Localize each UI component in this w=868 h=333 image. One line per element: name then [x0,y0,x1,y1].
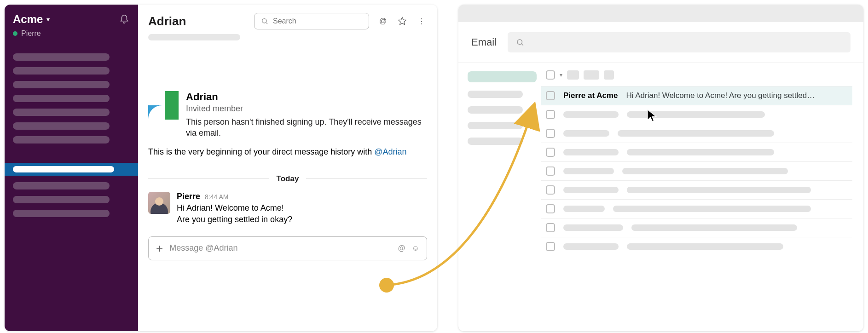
email-row[interactable] [541,237,852,256]
dm-intro-desc: This person hasn't finished signing up. … [186,116,425,139]
email-folder[interactable] [468,106,523,114]
sender-placeholder [563,243,619,250]
email-folder[interactable] [468,91,523,98]
sender-placeholder [563,149,619,155]
toolbar-button[interactable] [584,70,599,80]
email-window: Email ▾ [458,5,863,331]
sidebar-item[interactable] [13,95,110,102]
composer-placeholder: Message @Adrian [169,243,391,253]
workspace-name: Acme [13,13,43,26]
email-search-input[interactable] [508,32,851,52]
email-sender: Pierre at Acme [563,91,618,100]
slack-main: Adrian Search @ ⋮ Adrian [138,5,437,331]
sidebar-item[interactable] [13,196,110,203]
search-icon [261,17,268,25]
date-divider: Today [148,174,427,184]
row-checkbox[interactable] [546,166,555,176]
subject-placeholder [627,243,783,250]
subject-placeholder [627,187,811,193]
email-row-highlighted[interactable]: Pierre at Acme Hi Adrian! Welcome to Acm… [541,86,852,105]
row-checkbox[interactable] [546,129,555,138]
row-checkbox[interactable] [546,185,555,195]
select-all-checkbox[interactable] [546,70,555,80]
more-vertical-icon[interactable]: ⋮ [416,16,427,27]
at-icon[interactable]: @ [398,244,405,253]
search-icon [516,38,524,46]
message: Pierre 8:44 AM Hi Adrian! Welcome to Acm… [148,192,427,225]
message-composer[interactable]: + Message @Adrian @ ☺ [148,236,427,260]
emoji-icon[interactable]: ☺ [412,244,419,253]
subject-placeholder [622,168,788,174]
toolbar-button[interactable] [567,70,579,80]
sender-placeholder [563,111,619,118]
user-presence[interactable]: Pierre [13,29,130,38]
user-mention[interactable]: @Adrian [374,147,406,156]
profile-tiles-icon [148,91,179,139]
row-checkbox[interactable] [546,223,555,232]
sidebar-item[interactable] [13,122,110,130]
email-sidebar [458,63,541,256]
chevron-down-icon: ▾ [46,16,50,23]
subject-placeholder [618,130,774,137]
sidebar-item[interactable] [13,53,110,61]
plus-icon[interactable]: + [156,242,163,254]
slack-sidebar: Acme ▾ Pierre [5,5,138,331]
dm-intro-role: Invited member [186,104,425,114]
current-user-name: Pierre [21,29,41,38]
subject-placeholder [613,206,811,212]
star-icon[interactable] [397,16,408,27]
workspace-switcher[interactable]: Acme ▾ [13,13,50,26]
sidebar-section-upper [13,53,130,144]
sidebar-section-lower [13,163,130,217]
search-placeholder: Search [273,17,296,25]
sidebar-item-selected[interactable] [5,163,138,176]
message-time: 8:44 AM [205,193,228,201]
beginning-prefix: This is the very beginning of your direc… [148,147,374,156]
email-row[interactable] [541,180,852,199]
bell-icon[interactable] [119,14,130,25]
message-line: Are you getting settled in okay? [177,214,292,225]
header-subtext-placeholder [148,34,240,40]
dm-intro: Adrian Invited member This person hasn't… [148,91,427,139]
sidebar-item[interactable] [13,210,110,217]
email-folder[interactable] [468,138,523,145]
search-input[interactable]: Search [254,13,369,29]
date-divider-label: Today [277,174,299,184]
email-row[interactable] [541,161,852,180]
email-folder[interactable] [468,122,523,129]
email-row[interactable] [541,218,852,237]
sidebar-item[interactable] [13,109,110,116]
dm-intro-name: Adrian [186,91,425,103]
beginning-text: This is the very beginning of your direc… [148,147,427,157]
email-row[interactable] [541,105,852,124]
row-checkbox[interactable] [546,148,555,157]
row-checkbox[interactable] [546,204,555,213]
subject-placeholder [627,149,774,155]
email-header: Email [458,22,863,63]
sidebar-item[interactable] [13,182,110,189]
email-row[interactable] [541,124,852,143]
email-titlebar [458,5,863,22]
message-author[interactable]: Pierre [177,192,200,201]
email-row[interactable] [541,143,852,161]
row-checkbox[interactable] [546,110,555,119]
message-line: Hi Adrian! Welcome to Acme! [177,202,292,214]
sidebar-item[interactable] [13,136,110,144]
email-toolbar: ▾ [541,68,852,86]
slack-window: Acme ▾ Pierre [5,5,437,331]
chevron-down-icon[interactable]: ▾ [560,72,562,78]
sidebar-item[interactable] [13,67,110,75]
row-checkbox[interactable] [546,242,555,251]
dm-title[interactable]: Adrian [148,14,186,29]
email-app-title: Email [471,36,497,48]
toolbar-button[interactable] [604,70,614,80]
avatar[interactable] [148,192,170,214]
email-subject: Hi Adrian! Welcome to Acme! Are you gett… [626,91,848,100]
at-icon[interactable]: @ [377,16,388,27]
sidebar-item[interactable] [13,81,110,88]
row-checkbox[interactable] [546,91,555,100]
email-list: ▾ Pierre at Acme Hi Adrian! Welcome to A… [541,63,863,256]
email-folder-selected[interactable] [468,71,537,82]
svg-point-0 [262,19,266,23]
email-row[interactable] [541,199,852,218]
